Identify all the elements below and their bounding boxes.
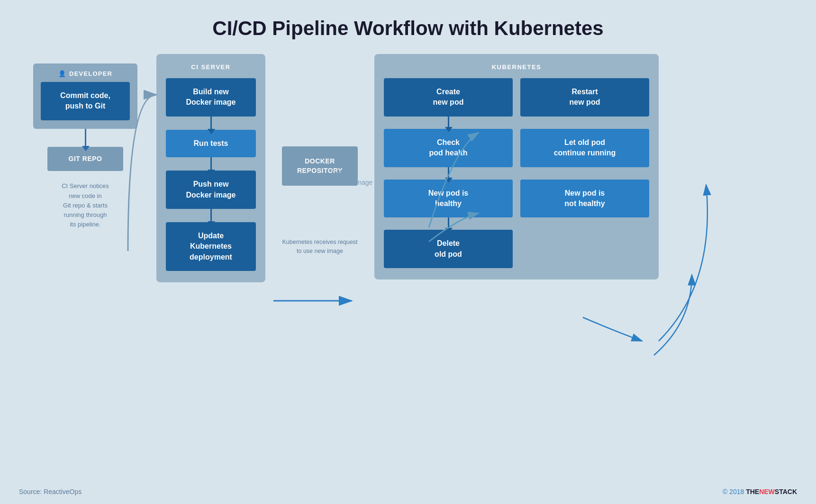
brand-stack: STACK (775, 488, 797, 495)
k8s-pod-not-healthy: New pod is not healthy (520, 180, 649, 218)
docker-column: DOCKER REPOSITORY Kubernetes receives re… (275, 54, 365, 256)
k8s-check-health: Check pod health (384, 129, 513, 167)
ci-arrow-1 (210, 117, 212, 130)
k8s-row-1: Create new pod Restart new pod (384, 78, 649, 117)
k8s-empty-cell (520, 230, 649, 268)
brand-new: NEW (759, 488, 775, 495)
ci-server-section: CI SERVER Build new Docker image Run tes… (156, 54, 265, 282)
developer-column: 👤 DEVELOPER Commit code, push to Git GIT… (28, 54, 142, 229)
k8s-row-3: New pod is healthy New pod is not health… (384, 180, 649, 218)
k8s-arrow-healthy (448, 217, 449, 229)
ci-arrow-2 (210, 157, 212, 171)
dev-arrow-1 (85, 129, 86, 147)
k8s-arrow-create (448, 117, 449, 128)
ci-server-label: CI SERVER (191, 63, 230, 71)
k8s-arrow-health (448, 167, 449, 179)
ci-arrow-3 (210, 209, 212, 222)
k8s-pod-healthy: New pod is healthy (384, 180, 513, 218)
k8s-arrow-col1 (384, 117, 513, 128)
k8s-restart-pod: Restart new pod (520, 78, 649, 117)
footer: Source: ReactiveOps © 2018 THENEWSTACK (0, 488, 816, 495)
k8s-arrows-3 (384, 217, 649, 229)
person-icon: 👤 (58, 70, 66, 77)
copyright-symbol: © 2018 (723, 488, 744, 495)
brand-the: THE (746, 488, 759, 495)
k8s-let-old-pod: Let old pod continue running (520, 129, 649, 167)
kubernetes-label: KUBERNETES (384, 63, 649, 71)
k8s-arrow-col4 (520, 167, 649, 179)
k8s-row-4: Delete old pod (384, 230, 649, 268)
copyright-text: © 2018 THENEWSTACK (723, 488, 797, 495)
k8s-arrows-1 (384, 117, 649, 128)
commit-box: Commit code, push to Git (41, 82, 130, 120)
k8s-arrow-col5 (384, 217, 513, 229)
developer-box: 👤 DEVELOPER Commit code, push to Git (33, 63, 137, 129)
k8s-arrow-col3 (384, 167, 513, 179)
k8s-create-pod: Create new pod (384, 78, 513, 117)
k8s-arrow-col2 (520, 117, 649, 128)
k8s-arrow-col6 (520, 217, 649, 229)
kubernetes-request-text: Kubernetes receives request to use new i… (282, 238, 357, 256)
diagram-area: 👤 DEVELOPER Commit code, push to Git GIT… (0, 54, 816, 282)
ci-step-4: Update Kubernetes deployment (166, 222, 256, 271)
page-title: CI/CD Pipeline Workflow with Kubernetes (0, 0, 816, 54)
ci-notice: CI Server notices new code in Git repo &… (57, 181, 114, 229)
k8s-delete-pod: Delete old pod (384, 230, 513, 268)
docker-repo-box: DOCKER REPOSITORY (282, 146, 358, 186)
ci-step-1: Build new Docker image (166, 78, 256, 117)
source-text: Source: ReactiveOps (19, 488, 82, 495)
developer-label: 👤 DEVELOPER (58, 70, 112, 77)
k8s-row-2: Check pod health Let old pod continue ru… (384, 129, 649, 167)
kubernetes-section: KUBERNETES Create new pod Restart new po… (374, 54, 659, 279)
k8s-arrows-2 (384, 167, 649, 179)
ci-step-3: Push new Docker image (166, 171, 256, 209)
